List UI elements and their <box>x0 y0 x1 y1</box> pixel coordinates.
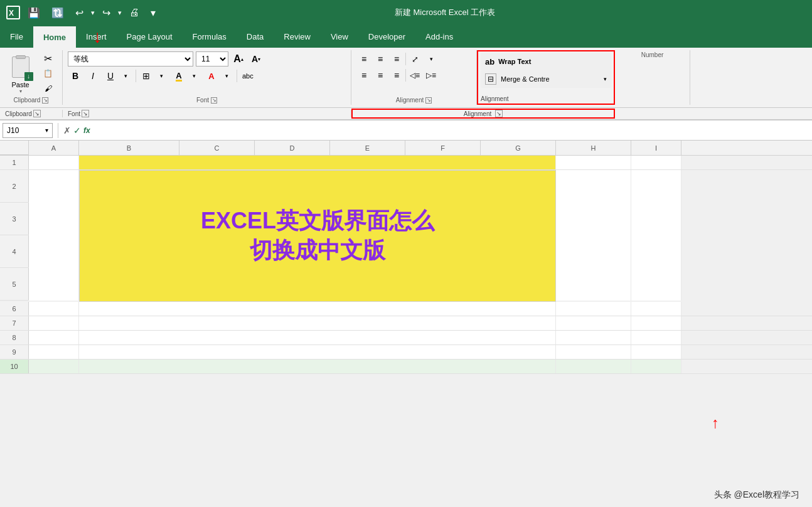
col-header-i[interactable]: I <box>631 141 681 155</box>
indent-increase-button[interactable]: ▷≡ <box>424 68 439 83</box>
align-center-button[interactable]: ≡ <box>373 68 388 83</box>
col-header-d[interactable]: D <box>255 141 330 155</box>
row-header-4[interactable]: 4 <box>0 235 29 267</box>
cell-a10[interactable] <box>29 360 79 373</box>
formula-function-button[interactable]: fx <box>83 126 90 135</box>
fill-color-button[interactable]: A <box>171 68 186 83</box>
borders-dropdown[interactable]: ▾ <box>154 68 169 83</box>
row-header-5[interactable]: 5 <box>0 268 29 300</box>
tab-page-layout[interactable]: Page Layout <box>117 25 183 48</box>
orientation-button[interactable]: ⤢ <box>407 51 422 67</box>
cut-button[interactable]: ✂ <box>40 51 57 65</box>
bold-button[interactable]: B <box>68 68 83 83</box>
paste-button[interactable]: ↓ Paste ▾ <box>6 52 36 95</box>
row-header-9[interactable]: 9 <box>0 345 29 359</box>
cell-a9[interactable] <box>29 345 79 359</box>
cell-b8[interactable] <box>79 331 556 344</box>
cell-i9[interactable] <box>631 345 681 359</box>
formula-input[interactable] <box>93 123 809 138</box>
orientation-dropdown[interactable]: ▾ <box>424 51 439 67</box>
col-header-c[interactable]: C <box>179 141 255 155</box>
borders-button[interactable]: ⊞ <box>139 68 154 83</box>
save-button[interactable]: 💾 <box>24 4 44 21</box>
cell-i10[interactable] <box>631 360 681 373</box>
clipboard-expand-icon[interactable]: ↘ <box>33 110 41 117</box>
row-header-10[interactable]: 10 <box>0 360 29 373</box>
align-bottom-button[interactable]: ≡ <box>389 51 404 67</box>
cell-h10[interactable] <box>556 360 631 373</box>
cell-a2[interactable] <box>29 170 79 203</box>
align-right-button[interactable]: ≡ <box>389 68 404 83</box>
row-header-7[interactable]: 7 <box>0 316 29 330</box>
cell-b10[interactable] <box>79 360 556 373</box>
cell-h8[interactable] <box>556 331 631 344</box>
cell-a5[interactable] <box>29 268 79 301</box>
col-header-b[interactable]: B <box>79 141 179 155</box>
row-header-3[interactable]: 3 <box>0 203 29 235</box>
tab-addins[interactable]: Add-ins <box>415 25 463 48</box>
cell-reference-box[interactable]: J10 ▾ <box>3 123 53 138</box>
cell-i5[interactable] <box>631 268 681 301</box>
font-color-dropdown[interactable]: ▾ <box>219 68 234 83</box>
cell-b9[interactable] <box>79 345 556 359</box>
cell-a3[interactable] <box>29 203 79 235</box>
cell-i1[interactable] <box>631 156 681 169</box>
row-header-2[interactable]: 2 <box>0 170 29 202</box>
font-grow-button[interactable]: A ▴ <box>231 51 246 67</box>
tab-data[interactable]: Data <box>237 25 274 48</box>
abc-button[interactable]: abc <box>240 68 256 83</box>
col-header-f[interactable]: F <box>405 141 481 155</box>
font-name-select[interactable]: 等线 <box>68 51 193 67</box>
cell-a1[interactable] <box>29 156 79 169</box>
wrap-text-button[interactable]: ab Wrap Text <box>481 53 611 70</box>
align-left-button[interactable]: ≡ <box>356 68 371 83</box>
cell-h7[interactable] <box>556 316 631 330</box>
cell-h3[interactable] <box>556 203 631 235</box>
cell-a8[interactable] <box>29 331 79 344</box>
tab-formulas[interactable]: Formulas <box>183 25 237 48</box>
font-size-select[interactable]: 11 <box>196 51 228 67</box>
indent-decrease-button[interactable]: ◁≡ <box>407 68 422 83</box>
tab-developer[interactable]: Developer <box>358 25 415 48</box>
clipboard-expand[interactable]: ↘ <box>42 97 48 104</box>
copy-button[interactable]: 📋 <box>40 67 57 80</box>
row-header-8[interactable]: 8 <box>0 331 29 344</box>
tab-home[interactable]: Home <box>33 25 76 48</box>
font-color-button[interactable]: A <box>204 68 219 83</box>
alignment-expand-icon[interactable]: ↘ <box>495 110 503 117</box>
undo-button[interactable]: ↩ <box>72 4 87 21</box>
cell-i7[interactable] <box>631 316 681 330</box>
cell-h4[interactable] <box>556 235 631 268</box>
font-shrink-button[interactable]: A ▾ <box>248 51 264 67</box>
merged-content-cell[interactable]: EXCEL英文版界面怎么 切换成中文版 <box>79 170 556 302</box>
cell-i8[interactable] <box>631 331 681 344</box>
cell-h6[interactable] <box>556 302 631 316</box>
italic-button[interactable]: I <box>85 68 100 83</box>
tab-review[interactable]: Review <box>274 25 321 48</box>
cell-b6[interactable] <box>79 302 556 316</box>
cell-a7[interactable] <box>29 316 79 330</box>
cell-i2[interactable] <box>631 170 681 203</box>
alignment-expand[interactable]: ↘ <box>425 97 432 104</box>
row-header-1[interactable]: 1 <box>0 156 29 169</box>
font-expand-icon[interactable]: ↘ <box>82 110 89 117</box>
tab-insert[interactable]: Insert <box>76 25 117 48</box>
cell-h5[interactable] <box>556 268 631 301</box>
cell-a6[interactable] <box>29 302 79 316</box>
font-expand[interactable]: ↘ <box>211 97 217 104</box>
cell-i4[interactable] <box>631 235 681 268</box>
align-top-button[interactable]: ≡ <box>356 51 371 67</box>
underline-dropdown[interactable]: ▾ <box>118 68 133 83</box>
formula-cancel-button[interactable]: ✗ <box>63 125 71 136</box>
cell-h9[interactable] <box>556 345 631 359</box>
fill-dropdown[interactable]: ▾ <box>186 68 201 83</box>
customize-qat[interactable]: ▾ <box>147 4 159 21</box>
merge-centre-button[interactable]: ⊟ Merge & Centre ▾ <box>481 70 611 88</box>
cell-h1[interactable] <box>556 156 631 169</box>
cell-h2[interactable] <box>556 170 631 203</box>
align-middle-button[interactable]: ≡ <box>373 51 388 67</box>
col-header-a[interactable]: A <box>29 141 79 155</box>
cell-a4[interactable] <box>29 235 79 268</box>
cell-b7[interactable] <box>79 316 556 330</box>
format-painter-button[interactable]: 🖌 <box>40 82 57 95</box>
